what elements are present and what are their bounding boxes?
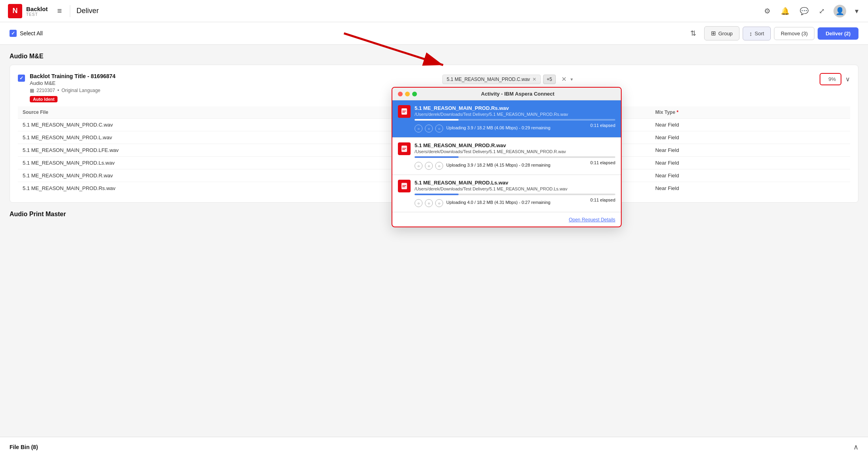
aspera-resume-button[interactable]: ○	[435, 125, 443, 132]
aspera-filename: 5.1 ME_REASON_MAIN_PROD.Ls.wav	[415, 180, 615, 186]
aspera-resume-button[interactable]: ○	[435, 162, 443, 170]
aspera-titlebar: Activity - IBM Aspera Connect	[392, 88, 621, 100]
aspera-progress-fill	[415, 156, 459, 158]
file-tag-close-icon[interactable]: ✕	[532, 77, 536, 82]
aspera-progress-track	[415, 194, 615, 195]
toolbar-button-group: ⊞ Group ↕ Sort Remove (3) Deliver (2)	[704, 26, 858, 40]
traffic-light-green[interactable]	[412, 92, 417, 96]
sort-label: Sort	[755, 31, 764, 36]
top-nav: N Backlot TEST ≡ Deliver ⚙ 🔔 💬 ⤢ 👤 ▾	[0, 0, 868, 22]
user-avatar[interactable]: 👤	[833, 5, 846, 17]
nav-icons: ⚙ 🔔 💬 ⤢ 👤 ▾	[762, 5, 860, 17]
aspera-status-row: ○ ○ ○ Uploading 3.9 / 18.2 MB (4.15 Mbps…	[415, 160, 615, 170]
deliver-label: Deliver (2)	[826, 31, 851, 36]
group-button[interactable]: ⊞ Group	[704, 26, 739, 40]
aspera-status-text: Uploading 3.9 / 18.2 MB (4.15 Mbps) - 0:…	[446, 163, 550, 167]
aspera-elapsed: 0:11 elapsed	[590, 160, 615, 170]
aspera-item: 5.1 ME_REASON_MAIN_PROD.Ls.wav /Users/de…	[392, 175, 621, 212]
progress-box: 9%	[820, 73, 841, 85]
toolbar: Select All ⇅ ⊞ Group ↕ Sort Remove (3) D…	[0, 22, 868, 45]
traffic-light-red[interactable]	[398, 92, 403, 96]
aspera-modal: Activity - IBM Aspera Connect 5.1 ME_REA…	[392, 87, 622, 227]
aspera-footer: Open Request Details	[392, 212, 621, 227]
tag-dropdown-icon[interactable]: ▾	[570, 77, 573, 82]
brand-title: Backlot	[26, 6, 48, 12]
progress-pct: 9%	[828, 76, 836, 82]
aspera-item-info: 5.1 ME_REASON_MAIN_PROD.Rs.wav /Users/de…	[415, 105, 615, 132]
aspera-status-row: ○ ○ ○ Uploading 4.0 / 18.2 MB (4.31 Mbps…	[415, 198, 615, 207]
settings-button[interactable]: ⚙	[762, 5, 772, 17]
aspera-progress-track	[415, 119, 615, 121]
aspera-stop-button[interactable]: ○	[425, 125, 433, 132]
traffic-lights	[398, 92, 417, 96]
svg-rect-8	[402, 185, 406, 186]
group-label: Group	[718, 31, 733, 36]
item-title: Backlot Training Title - 81696874	[30, 73, 438, 79]
aspera-item: 5.1 ME_REASON_MAIN_PROD.R.wav /Users/der…	[392, 138, 621, 175]
netflix-logo: N	[8, 4, 22, 18]
file-tag-primary[interactable]: 5.1 ME_REASON_MAIN_PROD.C.wav ✕	[442, 75, 541, 84]
aspera-item-inner: 5.1 ME_REASON_MAIN_PROD.Ls.wav /Users/de…	[392, 175, 621, 212]
open-request-details-link[interactable]: Open Request Details	[569, 217, 615, 223]
select-all-checkbox[interactable]	[10, 30, 17, 37]
aspera-progress-track	[415, 156, 615, 158]
brand-info: Backlot TEST	[26, 6, 48, 17]
aspera-status-left: ○ ○ ○ Uploading 4.0 / 18.2 MB (4.31 Mbps…	[415, 198, 550, 207]
aspera-pause-button[interactable]: ○	[415, 125, 422, 132]
item-info: Backlot Training Title - 81696874 Audio …	[30, 73, 438, 102]
nav-divider	[70, 5, 70, 17]
logo-area: N Backlot TEST	[8, 4, 48, 18]
select-all-label: Select All	[20, 30, 43, 36]
auto-ident-badge: Auto Ident	[30, 96, 58, 102]
aspera-item-info: 5.1 ME_REASON_MAIN_PROD.Ls.wav /Users/de…	[415, 180, 615, 207]
aspera-item: 5.1 ME_REASON_MAIN_PROD.Rs.wav /Users/de…	[392, 100, 621, 137]
remove-button[interactable]: Remove (3)	[774, 27, 814, 40]
chat-button[interactable]: 💬	[798, 5, 810, 17]
aspera-status-row: ○ ○ ○ Uploading 3.9 / 18.2 MB (4.06 Mbps…	[415, 123, 615, 132]
aspera-filepath: /Users/derek/Downloads/Test Delivery/5.1…	[415, 112, 615, 117]
page-title: Deliver	[77, 7, 99, 15]
notifications-button[interactable]: 🔔	[779, 5, 791, 17]
mix-type-cell: Near Field	[651, 182, 850, 195]
file-tag-name: 5.1 ME_REASON_MAIN_PROD.C.wav	[447, 77, 530, 82]
audio-me-card: Backlot Training Title - 81696874 Audio …	[10, 65, 858, 203]
deliver-button[interactable]: Deliver (2)	[818, 27, 858, 40]
mix-type-cell: Near Field	[651, 157, 850, 169]
sort-icon: ↕	[749, 30, 753, 37]
item-checkbox[interactable]	[18, 75, 25, 82]
svg-rect-4	[401, 146, 407, 152]
aspera-pause-button[interactable]: ○	[415, 199, 422, 207]
item-meta-lang: Original Language	[61, 88, 100, 93]
traffic-light-yellow[interactable]	[405, 92, 410, 96]
svg-rect-1	[401, 108, 407, 115]
svg-rect-2	[402, 111, 406, 111]
aspera-status-left: ○ ○ ○ Uploading 3.9 / 18.2 MB (4.06 Mbps…	[415, 123, 550, 132]
aspera-stop-button[interactable]: ○	[425, 162, 433, 170]
svg-rect-9	[402, 186, 405, 187]
aspera-filename: 5.1 ME_REASON_MAIN_PROD.Rs.wav	[415, 105, 615, 111]
aspera-stop-button[interactable]: ○	[425, 199, 433, 207]
aspera-filename: 5.1 ME_REASON_MAIN_PROD.R.wav	[415, 142, 615, 148]
select-all-wrapper: Select All	[10, 30, 43, 37]
aspera-status-text: Uploading 3.9 / 18.2 MB (4.06 Mbps) - 0:…	[446, 125, 550, 130]
aspera-item-inner: 5.1 ME_REASON_MAIN_PROD.R.wav /Users/der…	[392, 138, 621, 175]
mix-type-cell: Near Field	[651, 131, 850, 144]
aspera-file-icon	[398, 142, 411, 155]
tag-clear-icon[interactable]: ✕	[561, 75, 567, 83]
plus-badge[interactable]: +5	[543, 75, 556, 84]
item-meta: ▦ 2210307 • Original Language	[30, 88, 438, 93]
aspera-progress-fill	[415, 119, 459, 121]
avatar-dropdown-button[interactable]: ▾	[853, 5, 860, 17]
aspera-items-container: 5.1 ME_REASON_MAIN_PROD.Rs.wav /Users/de…	[392, 100, 621, 212]
sort-button[interactable]: ↕ Sort	[743, 27, 771, 40]
external-link-button[interactable]: ⤢	[817, 5, 826, 17]
remove-label: Remove (3)	[781, 31, 808, 36]
aspera-file-icon	[398, 180, 411, 192]
aspera-resume-button[interactable]: ○	[435, 199, 443, 207]
filter-button[interactable]: ⇅	[687, 27, 699, 39]
hamburger-button[interactable]: ≡	[56, 5, 63, 17]
item-chevron-icon[interactable]: ∨	[845, 75, 850, 83]
svg-rect-6	[402, 149, 405, 150]
aspera-pause-button[interactable]: ○	[415, 162, 422, 170]
aspera-controls: ○ ○ ○	[415, 125, 443, 132]
